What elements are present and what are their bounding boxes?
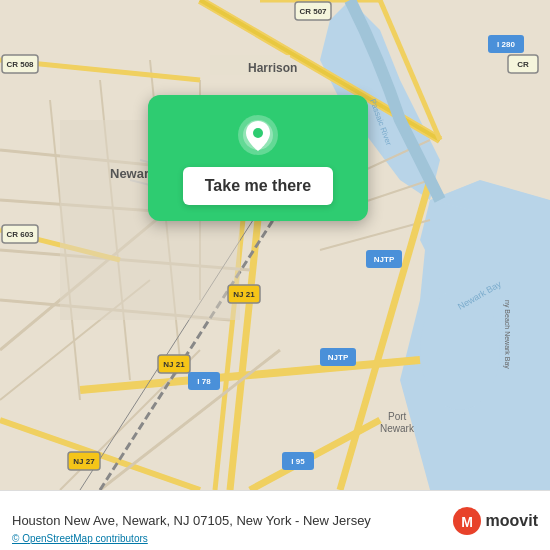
moovit-icon: M xyxy=(452,506,482,536)
svg-text:I 78: I 78 xyxy=(197,377,211,386)
svg-text:M: M xyxy=(461,514,473,530)
moovit-logo: M moovit xyxy=(452,506,538,536)
footer-address: Houston New Ave, Newark, NJ 07105, New Y… xyxy=(12,513,452,528)
map-container: CR 507 I 280 CR 508 CR Harrison Newark C… xyxy=(0,0,550,490)
svg-text:NJTP: NJTP xyxy=(328,353,349,362)
svg-text:CR 603: CR 603 xyxy=(6,230,34,239)
svg-text:ny Beach Newark Bay: ny Beach Newark Bay xyxy=(503,300,511,369)
svg-text:Newark: Newark xyxy=(380,423,415,434)
svg-point-71 xyxy=(253,128,263,138)
svg-text:NJ 21: NJ 21 xyxy=(163,360,185,369)
svg-text:NJ 27: NJ 27 xyxy=(73,457,95,466)
svg-text:I 280: I 280 xyxy=(497,40,515,49)
moovit-label: moovit xyxy=(486,512,538,530)
svg-text:NJ 21: NJ 21 xyxy=(233,290,255,299)
svg-text:CR 507: CR 507 xyxy=(299,7,327,16)
svg-text:Port: Port xyxy=(388,411,407,422)
osm-credit: © OpenStreetMap contributors xyxy=(12,533,148,544)
location-card: Take me there xyxy=(148,95,368,221)
location-pin-icon xyxy=(236,113,280,157)
footer: © OpenStreetMap contributors Houston New… xyxy=(0,490,550,550)
svg-text:I 95: I 95 xyxy=(291,457,305,466)
svg-text:NJTP: NJTP xyxy=(374,255,395,264)
svg-text:CR 508: CR 508 xyxy=(6,60,34,69)
svg-text:CR: CR xyxy=(517,60,529,69)
svg-text:Harrison: Harrison xyxy=(248,61,297,75)
take-me-there-button[interactable]: Take me there xyxy=(183,167,333,205)
